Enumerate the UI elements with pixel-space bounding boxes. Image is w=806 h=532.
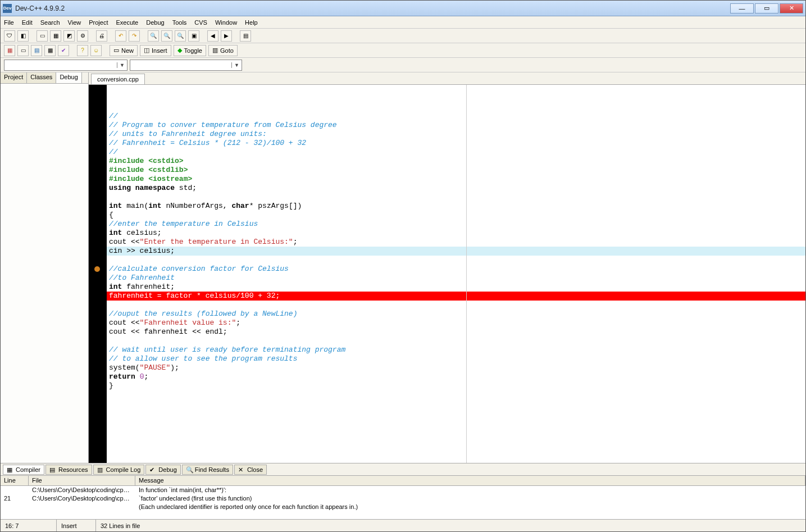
code-line[interactable]: //enter the temperature in Celsius — [107, 220, 805, 229]
tool-icon[interactable]: ▦ — [50, 30, 61, 42]
check-icon[interactable]: ✔ — [58, 45, 69, 56]
new-button[interactable]: ▭New — [110, 45, 138, 56]
menu-view[interactable]: View — [68, 19, 81, 26]
help-icon[interactable]: ? — [77, 45, 88, 56]
code-line[interactable] — [107, 193, 805, 202]
editor-gutter[interactable] — [89, 85, 107, 463]
insert-button[interactable]: ◫Insert — [140, 45, 171, 56]
tool-icon[interactable]: 🛡 — [4, 30, 15, 42]
menu-execute[interactable]: Execute — [116, 19, 138, 26]
editor-tab-conversion[interactable]: conversion.cpp — [91, 74, 145, 84]
breakpoint-icon[interactable] — [94, 266, 100, 272]
code-line[interactable]: return 0; — [107, 372, 805, 381]
code-line[interactable]: // — [107, 148, 805, 157]
tool-icon[interactable]: ▤ — [240, 30, 251, 42]
tool-icon[interactable]: ▭ — [37, 30, 48, 42]
undo-icon[interactable]: ↶ — [115, 30, 126, 42]
compiler-table-header: Line File Message — [1, 476, 805, 486]
code-line[interactable]: // to allow user to see the program resu… — [107, 354, 805, 363]
code-line[interactable]: // units to Fahrenheit degree units: — [107, 130, 805, 139]
code-line[interactable]: // — [107, 112, 805, 121]
panel-icon[interactable]: ▤ — [31, 45, 42, 56]
panel-icon[interactable]: ▦ — [4, 45, 15, 56]
combo-classes[interactable]: ▼ — [4, 60, 127, 71]
compiler-output[interactable]: Line File Message C:\Users\Cory\Desktop\… — [1, 476, 805, 519]
tool-icon[interactable]: ◩ — [63, 30, 75, 42]
about-icon[interactable]: ☺ — [90, 45, 102, 56]
code-line[interactable]: } — [107, 381, 805, 390]
code-line[interactable]: // Fahrenheit = Celsius * (212 - 32)/100… — [107, 139, 805, 148]
menu-window[interactable]: Window — [215, 19, 237, 26]
menu-search[interactable]: Search — [40, 19, 60, 26]
menu-edit[interactable]: Edit — [22, 19, 33, 26]
code-line[interactable]: // Program to conver temperature from Ce… — [107, 121, 805, 130]
project-tab-debug[interactable]: Debug — [56, 72, 81, 83]
code-line[interactable]: cout <<"Enter the temperature in Celsius… — [107, 238, 805, 247]
menu-cvs[interactable]: CVS — [194, 19, 207, 26]
panel-icon[interactable]: ▦ — [44, 45, 56, 56]
find-icon[interactable]: 🔍 — [148, 30, 159, 42]
project-tab-classes[interactable]: Classes — [27, 72, 56, 83]
col-header-message[interactable]: Message — [135, 476, 805, 485]
col-header-line[interactable]: Line — [1, 476, 29, 485]
code-line[interactable] — [107, 256, 805, 265]
code-line[interactable]: //calculate conversion factor for Celsiu… — [107, 265, 805, 274]
code-line[interactable]: fahrenheit = factor * celsius/100 + 32; — [107, 292, 805, 301]
combo-functions[interactable]: ▼ — [130, 60, 242, 71]
maximize-button[interactable]: ▭ — [755, 3, 778, 13]
code-line[interactable]: int celsius; — [107, 229, 805, 238]
col-header-file[interactable]: File — [29, 476, 135, 485]
code-line[interactable]: #include <cstdlib> — [107, 166, 805, 175]
code-body[interactable]: //// Program to conver temperature from … — [107, 85, 805, 463]
code-line[interactable]: //ouput the results (followed by a NewLi… — [107, 310, 805, 319]
code-line[interactable]: using namespace std; — [107, 184, 805, 193]
project-tab-project[interactable]: Project — [1, 72, 27, 83]
output-tab-resources[interactable]: ▤Resources — [45, 465, 92, 475]
print-margin-line — [466, 85, 467, 463]
code-line[interactable] — [107, 337, 805, 345]
compiler-row[interactable]: 21C:\Users\Cory\Desktop\coding\cpp ...`f… — [1, 494, 805, 503]
project-panel-body[interactable] — [1, 84, 88, 463]
code-line[interactable]: system("PAUSE"); — [107, 363, 805, 372]
code-line[interactable]: int main(int nNumberofArgs, char* pszArg… — [107, 202, 805, 211]
nav-back-icon[interactable]: ◀ — [207, 30, 218, 42]
menu-tools[interactable]: Tools — [172, 19, 187, 26]
output-tab-compile-log[interactable]: ▥Compile Log — [93, 465, 145, 475]
print-icon[interactable]: 🖨 — [96, 30, 107, 42]
nav-fwd-icon[interactable]: ▶ — [221, 30, 232, 42]
output-tab-close[interactable]: ✕Close — [234, 465, 267, 475]
code-line[interactable]: int fahrenheit; — [107, 283, 805, 292]
find-next-icon[interactable]: 🔍 — [161, 30, 172, 42]
goto-button[interactable]: ▥Goto — [208, 45, 238, 56]
tool-gear-icon[interactable]: ⚙ — [77, 30, 88, 42]
close-button[interactable]: ✕ — [780, 3, 803, 13]
code-line[interactable]: //to Fahrenheit — [107, 274, 805, 283]
output-tab-find-results[interactable]: 🔍Find Results — [182, 465, 233, 475]
panel-icon[interactable]: ▭ — [17, 45, 29, 56]
redo-icon[interactable]: ↷ — [129, 30, 140, 42]
code-line[interactable]: #include <cstdio> — [107, 157, 805, 166]
code-line[interactable]: cout <<"Fahrenheit value is:"; — [107, 319, 805, 328]
code-line[interactable]: cin >> celsius; — [107, 247, 805, 256]
output-tab-debug[interactable]: ✔Debug — [145, 465, 180, 475]
code-line[interactable]: // wait until user is ready before termi… — [107, 345, 805, 354]
minimize-button[interactable]: — — [730, 3, 754, 13]
compiler-row[interactable]: C:\Users\Cory\Desktop\coding\cpp ...In f… — [1, 486, 805, 494]
menu-help[interactable]: Help — [245, 19, 258, 26]
tool-icon[interactable]: ▣ — [188, 30, 199, 42]
compiler-row[interactable]: (Each undeclared identifier is reported … — [1, 503, 805, 511]
code-line[interactable]: { — [107, 211, 805, 220]
menu-project[interactable]: Project — [89, 19, 108, 26]
output-tab-compiler[interactable]: ▦Compiler — [3, 465, 44, 475]
toggle-button[interactable]: ◆Toggle — [174, 45, 206, 56]
code-editor[interactable]: //// Program to conver temperature from … — [89, 85, 805, 463]
code-line[interactable]: cout << fahrenheit << endl; — [107, 328, 805, 337]
replace-icon[interactable]: 🔍 — [175, 30, 186, 42]
app-window: Dev Dev-C++ 4.9.9.2 — ▭ ✕ FileEditSearch… — [0, 0, 806, 532]
code-line[interactable]: #include <iostream> — [107, 175, 805, 184]
tool-icon[interactable]: ◧ — [17, 30, 29, 42]
status-line-count: 32 Lines in file — [96, 520, 805, 531]
menu-debug[interactable]: Debug — [146, 19, 164, 26]
menu-file[interactable]: File — [4, 19, 14, 26]
code-line[interactable] — [107, 301, 805, 310]
